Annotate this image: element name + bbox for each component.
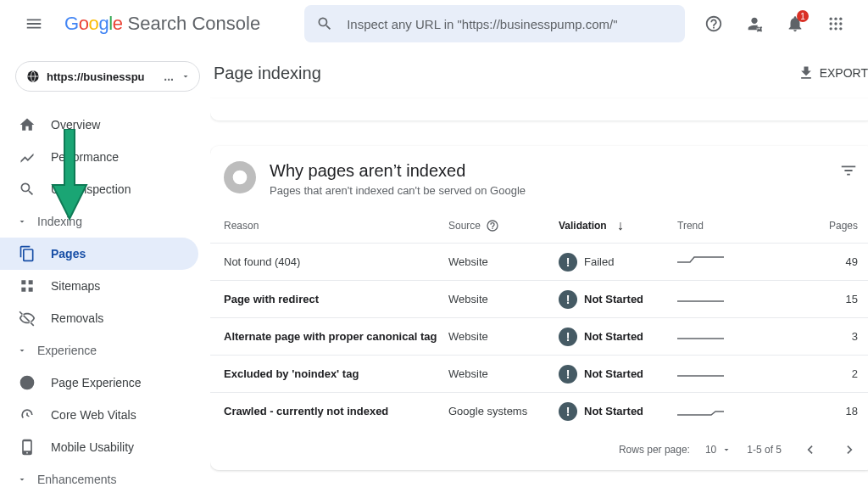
alert-icon: ! [559, 402, 577, 421]
nav-pages[interactable]: Pages [0, 238, 198, 270]
svg-point-1 [834, 18, 837, 20]
logo: Google Search Console [64, 13, 260, 35]
table-row[interactable]: Alternate page with proper canonical tag… [210, 317, 868, 355]
reasons-table: Reason Source Validation ↓ Trend Pages N… [210, 209, 868, 470]
globe-icon [26, 70, 40, 83]
svg-point-2 [839, 18, 842, 20]
property-selector[interactable]: https://businesspu ... [15, 61, 200, 92]
removals-icon [19, 310, 36, 327]
cell-reason: Page with redirect [224, 293, 448, 305]
section-enhancements[interactable]: Enhancements [0, 463, 210, 496]
alert-icon: ! [559, 290, 577, 309]
cell-pages: 2 [745, 367, 858, 380]
home-icon [19, 116, 36, 133]
search-input[interactable] [347, 17, 673, 31]
cell-validation: ! Failed [559, 253, 677, 272]
alert-icon: ! [559, 253, 577, 272]
search-icon [19, 181, 36, 198]
nav-mobile-usability[interactable]: Mobile Usability [0, 431, 198, 463]
svg-point-3 [830, 22, 832, 25]
nav-core-web-vitals[interactable]: Core Web Vitals [0, 399, 198, 431]
notifications-button[interactable]: 1 [776, 5, 814, 42]
notif-badge: 1 [797, 10, 809, 22]
svg-point-7 [834, 27, 837, 30]
download-icon [798, 64, 815, 81]
cell-pages: 49 [745, 255, 858, 268]
card-title: Why pages aren’t indexed [270, 161, 826, 181]
table-row[interactable]: Crawled - currently not indexed Google s… [210, 392, 868, 429]
nav-url-inspection[interactable]: URL inspection [0, 173, 198, 205]
cell-reason: Not found (404) [224, 255, 448, 268]
why-not-indexed-card: Why pages aren’t indexed Pages that aren… [210, 146, 868, 470]
chevron-down-icon [17, 345, 27, 356]
nav-sitemaps[interactable]: Sitemaps [0, 270, 198, 302]
alert-icon: ! [559, 328, 577, 346]
col-trend[interactable]: Trend [677, 220, 745, 232]
nav-removals[interactable]: Removals [0, 302, 198, 334]
chart-icon [19, 148, 36, 165]
svg-point-0 [830, 18, 832, 20]
cell-trend [677, 254, 745, 271]
page-range: 1-5 of 5 [747, 444, 782, 456]
nav-breadcrumbs[interactable]: Breadcrumbs [0, 496, 198, 504]
product-name: Search Console [128, 13, 261, 35]
nav-performance[interactable]: Performance [0, 141, 198, 173]
users-button[interactable] [736, 5, 773, 42]
cell-validation: ! Not Started [559, 290, 677, 309]
table-row[interactable]: Excluded by 'noindex' tag Website ! Not … [210, 355, 868, 392]
export-button[interactable]: EXPORT [798, 64, 868, 81]
previous-card-edge [210, 98, 868, 120]
next-page-button[interactable] [837, 437, 863, 462]
chevron-down-icon [17, 216, 27, 227]
speed-icon [19, 406, 36, 423]
col-reason[interactable]: Reason [224, 220, 448, 232]
url-inspect-search[interactable] [304, 5, 685, 42]
apps-button[interactable] [817, 5, 854, 42]
cell-pages: 3 [745, 330, 858, 343]
hamburger-button[interactable] [14, 3, 54, 44]
search-icon [316, 15, 333, 32]
svg-point-4 [834, 22, 837, 25]
col-source[interactable]: Source [448, 219, 559, 232]
cell-trend [677, 291, 745, 308]
chevron-down-icon [721, 445, 732, 455]
svg-point-8 [839, 27, 842, 30]
chevron-left-icon [801, 441, 818, 458]
cell-validation: ! Not Started [559, 402, 677, 421]
nav-overview[interactable]: Overview [0, 109, 198, 141]
alert-icon: ! [559, 365, 577, 384]
svg-point-6 [830, 27, 832, 30]
table-row[interactable]: Not found (404) Website ! Failed 49 [210, 243, 868, 280]
nav-page-experience[interactable]: Page Experience [0, 367, 198, 399]
cell-source: Website [448, 255, 559, 268]
cell-validation: ! Not Started [559, 365, 677, 384]
table-footer: Rows per page: 10 1-5 of 5 [210, 429, 868, 470]
sparkline [677, 291, 724, 308]
col-pages[interactable]: Pages [745, 220, 858, 232]
info-icon [224, 161, 256, 193]
prev-page-button[interactable] [797, 437, 822, 462]
chevron-down-icon [17, 474, 27, 484]
card-subtitle: Pages that aren't indexed can't be serve… [270, 184, 826, 197]
section-indexing[interactable]: Indexing [0, 205, 210, 238]
filter-icon [839, 161, 858, 180]
filter-button[interactable] [839, 161, 858, 180]
sparkline [677, 366, 724, 383]
help-icon[interactable] [486, 219, 499, 232]
table-row[interactable]: Page with redirect Website ! Not Started… [210, 280, 868, 317]
section-experience[interactable]: Experience [0, 334, 210, 367]
cell-trend [677, 403, 745, 420]
help-button[interactable] [695, 5, 732, 42]
chevron-right-icon [842, 441, 859, 458]
pages-icon [19, 245, 36, 262]
circle-plus-icon [19, 374, 36, 391]
cell-source: Google systems [448, 405, 559, 417]
col-validation[interactable]: Validation ↓ [559, 218, 677, 233]
main-content: Page indexing EXPORT Why pages aren’t in… [210, 48, 868, 504]
cell-trend [677, 366, 745, 383]
sidebar: https://businesspu ... Overview Performa… [0, 48, 210, 504]
rows-per-page-select[interactable]: 10 [705, 444, 732, 456]
phone-icon [19, 439, 36, 456]
cell-source: Website [448, 330, 559, 343]
sparkline [677, 328, 724, 345]
